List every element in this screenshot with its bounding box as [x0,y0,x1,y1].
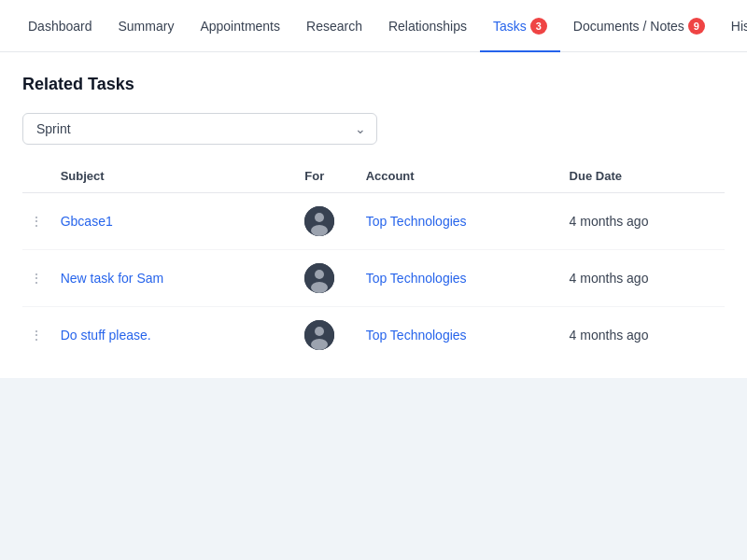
drag-handle[interactable]: ⋮ [22,307,53,364]
drag-handle[interactable]: ⋮ [22,250,53,307]
nav-item-tasks[interactable]: Tasks 3 [480,0,560,52]
task-account-cell: Top Technologies [359,250,562,307]
nav-label-appointments: Appointments [200,19,280,34]
nav-label-documents-notes: Documents / Notes [573,19,684,34]
task-for-cell [297,250,358,307]
task-account-cell: Top Technologies [359,307,562,364]
nav-item-documents-notes[interactable]: Documents / Notes 9 [560,0,718,52]
task-due-date: 4 months ago [570,328,649,343]
table-row: ⋮ Do stuff please. Top Technologies 4 mo… [22,307,725,364]
task-subject-link[interactable]: Do stuff please. [61,328,151,343]
svg-point-5 [311,282,328,293]
main-content: Related Tasks Sprint ⌄ Subject For Accou… [0,52,747,378]
sprint-select[interactable]: Sprint [22,113,377,145]
svg-point-2 [311,225,328,236]
col-header-subject: Subject [53,160,298,193]
nav-item-summary[interactable]: Summary [106,0,188,52]
task-subject-cell: New task for Sam [53,250,298,307]
col-header-for: For [297,160,358,193]
svg-point-8 [311,339,328,350]
col-header-drag [22,160,53,193]
avatar [304,320,334,350]
nav-label-history: History [731,19,747,34]
nav-item-appointments[interactable]: Appointments [187,0,293,52]
nav-label-relationships: Relationships [388,19,467,34]
task-subject-cell: Do stuff please. [53,307,298,364]
task-for-cell [297,193,358,250]
nav-item-relationships[interactable]: Relationships [375,0,480,52]
nav-label-summary: Summary [119,19,175,34]
svg-point-7 [315,327,324,336]
nav-label-tasks: Tasks [493,19,527,34]
table-row: ⋮ Gbcase1 Top Technologies 4 months ago [22,193,725,250]
task-for-cell [297,307,358,364]
task-subject-link[interactable]: New task for Sam [61,271,163,286]
nav-item-research[interactable]: Research [293,0,375,52]
filter-bar: Sprint ⌄ [22,113,725,145]
tasks-table: Subject For Account Due Date ⋮ Gbcase1 T… [22,160,725,363]
task-due-date-cell: 4 months ago [562,193,725,250]
tasks-badge: 3 [530,18,547,35]
nav-item-dashboard[interactable]: Dashboard [15,0,106,52]
empty-area [0,378,747,560]
top-navigation: Dashboard Summary Appointments Research … [0,0,747,52]
task-due-date: 4 months ago [570,214,649,229]
avatar [304,206,334,236]
task-account-link[interactable]: Top Technologies [366,214,467,229]
task-account-link[interactable]: Top Technologies [366,328,467,343]
page-title: Related Tasks [22,75,725,94]
task-account-link[interactable]: Top Technologies [366,271,467,286]
svg-point-4 [315,270,324,279]
svg-point-1 [315,213,324,222]
documents-badge: 9 [688,18,705,35]
table-row: ⋮ New task for Sam Top Technologies 4 mo… [22,250,725,307]
col-header-due-date: Due Date [562,160,725,193]
task-due-date-cell: 4 months ago [562,250,725,307]
task-due-date-cell: 4 months ago [562,307,725,364]
col-header-account: Account [359,160,562,193]
task-subject-cell: Gbcase1 [53,193,298,250]
drag-handle[interactable]: ⋮ [22,193,53,250]
table-header: Subject For Account Due Date [22,160,725,193]
sprint-select-wrapper: Sprint ⌄ [22,113,377,145]
task-subject-link[interactable]: Gbcase1 [61,214,113,229]
nav-label-dashboard: Dashboard [28,19,92,34]
nav-label-research: Research [306,19,362,34]
task-account-cell: Top Technologies [359,193,562,250]
task-due-date: 4 months ago [570,271,649,286]
avatar [304,263,334,293]
table-body: ⋮ Gbcase1 Top Technologies 4 months ago … [22,193,725,364]
nav-item-history[interactable]: History [718,0,747,52]
